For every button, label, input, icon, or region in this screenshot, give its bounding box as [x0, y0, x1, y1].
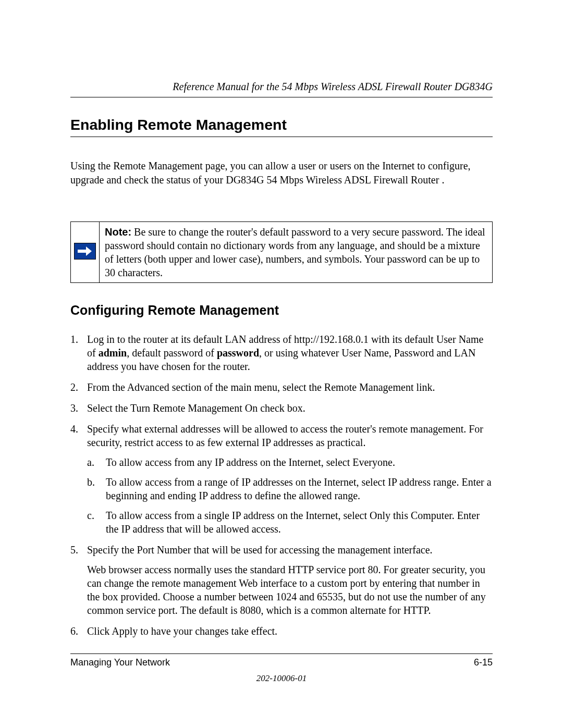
step-5-paragraph: Web browser access normally uses the sta… — [87, 563, 493, 617]
step-3: Select the Turn Remote Management On che… — [70, 401, 493, 415]
step-1-text-c: , default password of — [127, 347, 217, 359]
footer-left: Managing Your Network — [70, 657, 170, 668]
step-2: From the Advanced section of the main me… — [70, 380, 493, 394]
intro-paragraph: Using the Remote Management page, you ca… — [70, 159, 493, 187]
steps-list: Log in to the router at its default LAN … — [70, 332, 493, 638]
footer-rule — [70, 653, 493, 654]
step-4c: To allow access from a single IP address… — [87, 509, 493, 536]
running-header: Reference Manual for the 54 Mbps Wireles… — [70, 81, 493, 97]
step-4-substeps: To allow access from any IP address on t… — [87, 455, 493, 536]
section-title: Enabling Remote Management — [70, 116, 493, 137]
step-5: Specify the Port Number that will be use… — [70, 543, 493, 617]
step-5-text: Specify the Port Number that will be use… — [87, 544, 433, 556]
note-text: Note: Be sure to change the router's def… — [100, 222, 493, 283]
arrow-right-icon — [74, 243, 96, 260]
footer-right: 6-15 — [474, 657, 493, 668]
note-box: Note: Be sure to change the router's def… — [70, 221, 493, 283]
step-1: Log in to the router at its default LAN … — [70, 332, 493, 373]
step-4: Specify what external addresses will be … — [70, 422, 493, 536]
page: Reference Manual for the 54 Mbps Wireles… — [0, 0, 563, 728]
note-body: Be sure to change the router's default p… — [105, 226, 485, 278]
footer-line: Managing Your Network 6-15 — [70, 657, 493, 668]
step-4b: To allow access from a range of IP addre… — [87, 475, 493, 502]
step-1-password: password — [217, 347, 259, 359]
step-4-text: Specify what external addresses will be … — [87, 423, 483, 448]
step-1-admin: admin — [99, 347, 127, 359]
subsection-title: Configuring Remote Management — [70, 303, 493, 318]
note-label: Note: — [105, 226, 131, 238]
step-4a: To allow access from any IP address on t… — [87, 455, 493, 469]
step-6: Click Apply to have your changes take ef… — [70, 624, 493, 638]
note-icon-cell — [71, 222, 100, 283]
doc-number: 202-10006-01 — [70, 673, 493, 684]
